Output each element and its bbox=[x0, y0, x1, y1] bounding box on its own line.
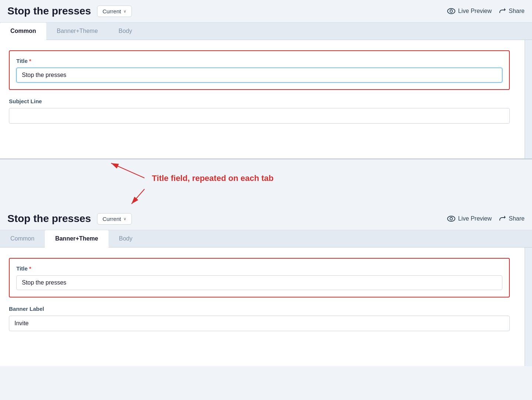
bottom-title-field-group: Title * bbox=[16, 265, 502, 290]
share-icon bbox=[499, 8, 506, 14]
annotation-label: Title field, repeated on each tab bbox=[152, 174, 273, 183]
top-share-label: Share bbox=[509, 8, 525, 14]
svg-line-4 bbox=[111, 163, 144, 178]
panels-wrapper: Stop the presses Current ∨ Live Preview bbox=[0, 0, 532, 366]
annotation-svg bbox=[0, 159, 532, 208]
top-title-field-group: Title * bbox=[16, 58, 502, 83]
top-panel: Stop the presses Current ∨ Live Preview bbox=[0, 0, 532, 159]
bottom-header-actions: Live Preview Share bbox=[447, 215, 525, 222]
bottom-version-chevron-icon: ∨ bbox=[123, 216, 126, 221]
top-title-input[interactable] bbox=[16, 68, 502, 83]
top-tab-banner-theme[interactable]: Banner+Theme bbox=[46, 23, 108, 40]
top-version-label: Current bbox=[103, 8, 121, 14]
svg-line-5 bbox=[132, 189, 144, 204]
bottom-share-label: Share bbox=[509, 215, 525, 222]
bottom-right-sidebar bbox=[525, 248, 532, 366]
top-subject-line-input[interactable] bbox=[9, 108, 510, 124]
top-version-dropdown[interactable]: Current ∨ bbox=[97, 6, 132, 17]
bottom-share-button[interactable]: Share bbox=[499, 215, 525, 222]
bottom-title-required: * bbox=[29, 265, 31, 272]
bottom-panel-header: Stop the presses Current ∨ Live Preview bbox=[0, 208, 532, 230]
bottom-banner-label-input[interactable] bbox=[9, 316, 510, 331]
bottom-banner-label-label: Banner Label bbox=[9, 306, 510, 312]
bottom-live-preview-label: Live Preview bbox=[458, 215, 492, 222]
bottom-version-dropdown[interactable]: Current ∨ bbox=[97, 213, 132, 225]
bottom-live-preview-button[interactable]: Live Preview bbox=[447, 215, 492, 222]
bottom-banner-label-field-group: Banner Label bbox=[9, 306, 510, 331]
bottom-title-input[interactable] bbox=[16, 275, 502, 290]
top-title-section-highlighted: Title * bbox=[9, 50, 510, 90]
top-version-chevron-icon: ∨ bbox=[123, 9, 126, 14]
bottom-tab-common[interactable]: Common bbox=[0, 230, 45, 247]
top-header-actions: Live Preview Share bbox=[447, 8, 525, 14]
share-icon-bottom bbox=[499, 215, 506, 222]
bottom-panel: Stop the presses Current ∨ Live Preview bbox=[0, 208, 532, 366]
top-share-button[interactable]: Share bbox=[499, 8, 525, 14]
top-tab-common[interactable]: Common bbox=[0, 23, 46, 40]
bottom-title-section-highlighted: Title * bbox=[9, 258, 510, 298]
top-right-sidebar bbox=[525, 40, 532, 158]
top-subject-line-label: Subject Line bbox=[9, 98, 510, 104]
bottom-title-label: Title * bbox=[16, 265, 502, 272]
top-tab-body[interactable]: Body bbox=[108, 23, 142, 40]
bottom-tab-body[interactable]: Body bbox=[109, 230, 143, 247]
annotation-area: Title field, repeated on each tab bbox=[0, 159, 532, 208]
top-live-preview-button[interactable]: Live Preview bbox=[447, 8, 492, 14]
svg-point-7 bbox=[450, 218, 452, 220]
bottom-tabs-bar: Common Banner+Theme Body bbox=[0, 230, 532, 248]
bottom-panel-content: Title * Banner Label bbox=[0, 248, 525, 366]
bottom-panel-title: Stop the presses bbox=[7, 213, 91, 225]
top-live-preview-label: Live Preview bbox=[458, 8, 492, 14]
eye-icon-bottom bbox=[447, 216, 455, 222]
svg-point-0 bbox=[448, 9, 455, 14]
eye-icon bbox=[447, 8, 455, 14]
bottom-version-label: Current bbox=[103, 216, 121, 222]
svg-point-1 bbox=[450, 10, 452, 13]
top-tabs-bar: Common Banner+Theme Body bbox=[0, 23, 532, 40]
top-panel-content: Title * Subject Line bbox=[0, 40, 525, 158]
top-panel-header: Stop the presses Current ∨ Live Preview bbox=[0, 0, 532, 23]
top-title-label: Title * bbox=[16, 58, 502, 64]
top-title-required: * bbox=[29, 58, 31, 64]
top-subject-line-field-group: Subject Line bbox=[9, 98, 510, 124]
svg-point-6 bbox=[448, 216, 455, 221]
top-panel-title: Stop the presses bbox=[7, 5, 91, 17]
bottom-tab-banner-theme[interactable]: Banner+Theme bbox=[45, 230, 109, 248]
